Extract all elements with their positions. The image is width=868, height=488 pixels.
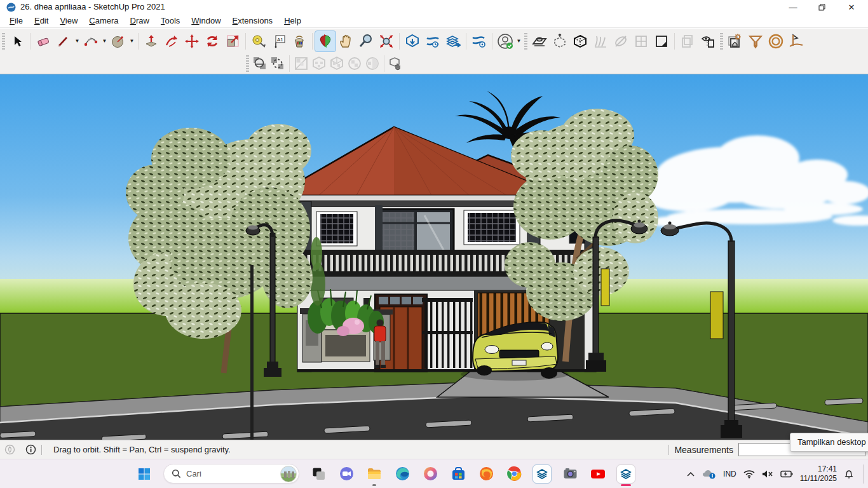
onedrive-icon[interactable] [702,469,716,479]
paint-bucket-tool-button[interactable] [289,31,309,51]
arc-tool-button[interactable] [81,31,101,51]
menu-extensions[interactable]: Extensions [227,15,279,27]
menu-help[interactable]: Help [278,15,307,27]
menu-tools[interactable]: Tools [155,15,186,27]
3d-viewport[interactable] [0,74,868,440]
taskbar-search[interactable]: Cari [163,464,299,484]
menu-camera[interactable]: Camera [83,15,124,27]
account-button[interactable] [495,31,515,51]
material-sphere-button[interactable] [251,55,269,72]
chat-button[interactable] [337,465,355,483]
minimize-button[interactable]: — [782,0,804,14]
sphere-checker-button[interactable] [346,55,363,72]
face-style-textured-button[interactable] [310,55,328,72]
camera-button[interactable] [561,465,579,483]
copilot-button[interactable] [421,465,439,483]
view-components-button[interactable] [698,31,718,51]
sphere-monochrome-button[interactable] [363,55,381,72]
shadow-scenes-button[interactable] [725,31,745,51]
microsoft-store-button[interactable] [449,465,467,483]
line-tool-button[interactable] [53,31,74,51]
battery-icon[interactable] [780,470,793,478]
line-tool-dropdown[interactable]: ▼ [74,31,81,51]
start-button[interactable] [135,465,153,483]
info-icon[interactable] [25,444,36,455]
toolbar-grip[interactable] [2,33,5,50]
interact-hand-icon [389,57,403,71]
circle-tool-button[interactable] [108,31,128,51]
menu-edit[interactable]: Edit [29,15,54,27]
interact-button[interactable] [387,55,405,72]
zoom-tool-button[interactable] [356,31,376,51]
pan-hand-icon [338,34,353,49]
reverse-faces-button[interactable] [651,31,672,51]
copies-button[interactable] [677,31,698,51]
zoom-extents-button[interactable] [376,31,397,51]
toolbar-grip[interactable] [246,55,249,72]
component-options-button[interactable] [631,31,651,51]
x-ray-style-button[interactable] [292,55,310,72]
face-style-shaded-button[interactable] [328,55,346,72]
clock[interactable]: 17:41 11/11/2025 [800,464,837,484]
select-similar-button[interactable] [269,55,287,72]
geolocation-icon[interactable] [4,444,15,455]
menu-window[interactable]: Window [186,15,226,27]
firefox-button[interactable] [477,465,495,483]
trimble-sync-button[interactable] [423,31,443,51]
select-tool-button[interactable] [7,31,27,51]
file-explorer-button[interactable] [365,465,383,483]
edge-button[interactable] [393,465,411,483]
extension-manager-button[interactable] [469,31,489,51]
scale-tool-button[interactable] [222,31,243,51]
text-tool-button[interactable]: A1 [269,31,289,51]
menu-draw[interactable]: Draw [125,15,155,27]
hidden-geometry-button[interactable] [611,31,631,51]
account-dropdown[interactable]: ▼ [515,31,522,51]
fog-button[interactable] [590,31,611,51]
push-pull-icon [144,34,159,49]
paint-bucket-icon [292,34,307,49]
task-view-button[interactable] [309,465,327,483]
hidden-objects-button[interactable] [550,31,570,51]
chrome-button[interactable] [505,465,523,483]
firefox-icon [479,466,494,481]
main-toolbar: ▼ ▼ ▼ A1 ▼ [0,29,868,53]
orbit-tool-button[interactable] [315,31,336,51]
rotate-tool-button[interactable] [161,31,182,51]
youtube-button[interactable] [589,465,607,483]
flip-page-icon [654,34,669,49]
volume-muted-icon[interactable] [762,470,773,478]
hidden-icons-chevron[interactable] [686,471,695,477]
sketchup-active-button[interactable] [617,465,635,483]
tape-measure-tool-button[interactable] [248,31,269,51]
pan-tool-button[interactable] [336,31,356,51]
section-plane-button[interactable] [529,31,550,51]
notification-bell-icon[interactable] [844,469,854,479]
wifi-icon[interactable] [743,470,755,478]
push-pull-tool-button[interactable] [141,31,161,51]
back-edges-button[interactable] [570,31,590,51]
warehouse-download-button[interactable] [402,31,423,51]
copy-stack-icon [680,34,695,49]
show-desktop-button[interactable] [864,464,864,484]
sketchup-pinned-button[interactable] [533,465,551,483]
share-model-button[interactable] [443,31,463,51]
close-button[interactable]: ✕ [841,0,862,14]
menu-file[interactable]: File [4,15,29,27]
status-hint: Drag to orbit. Shift = Pan, Ctrl = suspe… [53,445,231,454]
menu-view[interactable]: View [54,15,83,27]
restore-button[interactable] [811,0,832,14]
refresh-tool-button[interactable] [202,31,222,51]
styles-toolbar [0,53,868,74]
eraser-tool-button[interactable] [33,31,53,51]
add-location-button[interactable] [766,31,786,51]
fog-funnel-button[interactable] [745,31,766,51]
circle-tool-dropdown[interactable]: ▼ [128,31,135,51]
extension-gear-icon [471,34,487,49]
language-indicator[interactable]: IND [723,470,736,478]
arc-icon [83,34,98,49]
arc-tool-dropdown[interactable]: ▼ [101,31,108,51]
move-tool-button[interactable] [182,31,202,51]
pencil-icon [57,34,71,48]
sandbox-button[interactable] [786,31,806,51]
